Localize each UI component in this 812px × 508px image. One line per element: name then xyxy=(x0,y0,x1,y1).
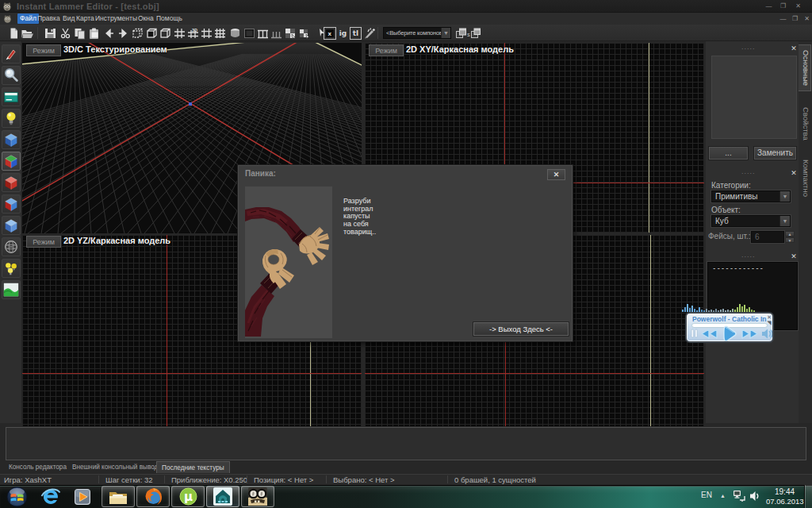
save-icon[interactable] xyxy=(44,27,57,40)
undo-arrow-icon[interactable] xyxy=(102,27,116,40)
menu-help[interactable]: Помощь xyxy=(154,13,185,24)
replace-texture-button[interactable]: Заменить xyxy=(753,146,797,160)
taskbar-explorer[interactable] xyxy=(102,486,135,507)
cube-dashed-icon[interactable] xyxy=(131,27,144,40)
child-close-button[interactable]: ✕ xyxy=(802,15,812,22)
minimize-button[interactable]: — xyxy=(764,2,774,10)
texture-section-header[interactable]: ..... ✕ xyxy=(706,44,799,53)
cylinder-icon[interactable] xyxy=(228,27,242,40)
chevron-down-icon[interactable]: ▼ xyxy=(779,216,790,226)
paste-icon[interactable] xyxy=(87,27,101,40)
tab-osnovnye[interactable]: Основные xyxy=(799,44,811,91)
tray-hidden-icons-arrow[interactable]: ▲ xyxy=(720,493,726,498)
light-bulb-tool[interactable] xyxy=(2,109,21,128)
close-icon[interactable]: ✕ xyxy=(789,44,799,53)
layout-combobox[interactable]: <Выберите компоновку> ▼ xyxy=(383,27,451,39)
cube-dark-icon[interactable] xyxy=(145,27,159,40)
close-icon[interactable]: ✕ xyxy=(789,168,799,178)
start-button[interactable] xyxy=(6,487,28,507)
menu-windows[interactable]: Окна xyxy=(136,13,156,24)
brush-icon[interactable] xyxy=(363,27,377,40)
object-combobox[interactable]: Куб ▼ xyxy=(711,215,791,227)
mini-audio-player[interactable]: Powerwolf - Catholic In The ✕◥ xyxy=(685,312,774,343)
viewport-3d-mode-tab[interactable]: Режим xyxy=(26,44,61,56)
save-layout-icon[interactable] xyxy=(454,27,468,40)
stepper-up-icon[interactable]: ▲ xyxy=(785,231,795,237)
apply-texture-tool[interactable] xyxy=(2,87,21,106)
forward-icon[interactable] xyxy=(741,328,760,340)
new-file-icon[interactable] xyxy=(7,27,21,40)
grid-icon[interactable] xyxy=(173,27,186,40)
lightblue-cube-tool[interactable] xyxy=(2,216,21,235)
open-folder-icon[interactable] xyxy=(21,27,34,40)
chevron-down-icon[interactable]: ▼ xyxy=(441,28,450,38)
tray-language[interactable]: EN xyxy=(701,491,712,499)
texture-lock-toggle[interactable]: tl xyxy=(350,27,362,40)
player-close-icon[interactable]: ✕◥ xyxy=(767,314,772,325)
taskbar-cat-app[interactable] xyxy=(241,486,274,507)
tab-editor-console[interactable]: Консоль редактора xyxy=(4,461,71,473)
checker-icon[interactable] xyxy=(297,27,311,40)
rgb-cube-tool[interactable] xyxy=(2,152,21,171)
play-icon[interactable] xyxy=(720,325,738,343)
object-section-header[interactable]: ..... ✕ xyxy=(706,168,799,178)
show-desktop-button[interactable] xyxy=(804,485,812,508)
dark-square-icon[interactable] xyxy=(243,27,256,40)
close-icon[interactable]: ✕ xyxy=(789,252,799,261)
menu-edit[interactable]: Правка xyxy=(35,13,63,24)
category-combobox[interactable]: Примитивы ▼ xyxy=(711,190,791,202)
bridge-icon[interactable] xyxy=(256,27,270,40)
chevron-down-icon[interactable]: ▼ xyxy=(779,191,790,202)
toggle-x-icon[interactable]: x xyxy=(324,27,336,40)
faces-count-field[interactable]: 6 xyxy=(751,231,784,243)
restore-button[interactable]: ❐ xyxy=(778,2,788,10)
tab-svoystva[interactable]: Свойства xyxy=(799,102,811,146)
select-arrow-tool[interactable] xyxy=(2,44,21,64)
menu-tools[interactable]: Инструменты xyxy=(93,13,140,24)
child-restore-button[interactable]: ❐ xyxy=(790,15,800,22)
taskbar-media-player[interactable] xyxy=(71,487,94,506)
pause-icon[interactable] xyxy=(691,328,699,339)
tray-date[interactable]: 07.06.2013 xyxy=(766,497,804,506)
red-blue-cube-tool[interactable] xyxy=(2,194,21,214)
viewport-yz-mode-tab[interactable]: Режим xyxy=(26,236,61,248)
taskbar-firefox[interactable] xyxy=(136,486,170,507)
blue-cube-tool[interactable] xyxy=(2,130,21,149)
taskbar-utorrent[interactable]: µ xyxy=(171,486,205,507)
child-minimize-button[interactable]: — xyxy=(778,15,788,22)
cut-icon[interactable] xyxy=(59,27,72,40)
grid-large-icon[interactable] xyxy=(200,27,213,40)
redo-arrow-icon[interactable] xyxy=(117,27,130,40)
console-section-header[interactable]: ..... ✕ xyxy=(706,252,799,261)
exit-here-button[interactable]: -> Выход Здесь <- xyxy=(473,322,569,336)
viewport-xy-mode-tab[interactable]: Режим xyxy=(369,44,404,56)
checker-cursor-icon[interactable] xyxy=(284,27,297,40)
copy-icon[interactable] xyxy=(73,27,86,40)
rewind-icon[interactable] xyxy=(699,328,718,340)
tab-external-console[interactable]: Внешний консольный вывод xyxy=(67,461,163,473)
terrain-tool[interactable] xyxy=(2,280,21,299)
taskbar-internet-explorer[interactable] xyxy=(38,487,63,506)
load-layout-icon[interactable]: s xyxy=(467,27,481,40)
ignore-groups-toggle[interactable]: ig xyxy=(338,27,348,40)
close-button[interactable]: ✕ xyxy=(793,2,803,10)
network-icon[interactable] xyxy=(733,490,746,502)
grid-small-icon[interactable] xyxy=(213,27,227,40)
faces-stepper[interactable]: ▲ ▼ xyxy=(785,231,795,243)
grid-3d-icon[interactable]: 3D xyxy=(186,27,200,40)
wireframe-sphere-tool[interactable] xyxy=(2,237,21,256)
tray-clock[interactable]: 19:44 xyxy=(775,487,795,496)
bridge-light-icon[interactable] xyxy=(270,27,283,40)
tab-recent-textures[interactable]: Последние текстуры xyxy=(156,461,230,473)
dialog-close-button[interactable]: ✕ xyxy=(547,169,565,180)
stepper-down-icon[interactable]: ▼ xyxy=(785,237,795,243)
magnifier-tool[interactable] xyxy=(2,66,21,85)
cube-icon[interactable] xyxy=(159,27,172,40)
bulbs-group-tool[interactable] xyxy=(2,259,21,278)
tab-kompaktno[interactable]: Компактно xyxy=(799,154,811,202)
red-cube-tool[interactable] xyxy=(2,173,21,192)
speaker-tray-icon[interactable] xyxy=(749,491,760,502)
speaker-icon[interactable] xyxy=(761,328,774,340)
browse-texture-button[interactable]: ... xyxy=(708,146,749,160)
taskbar-lammer-editor[interactable] xyxy=(206,486,239,507)
